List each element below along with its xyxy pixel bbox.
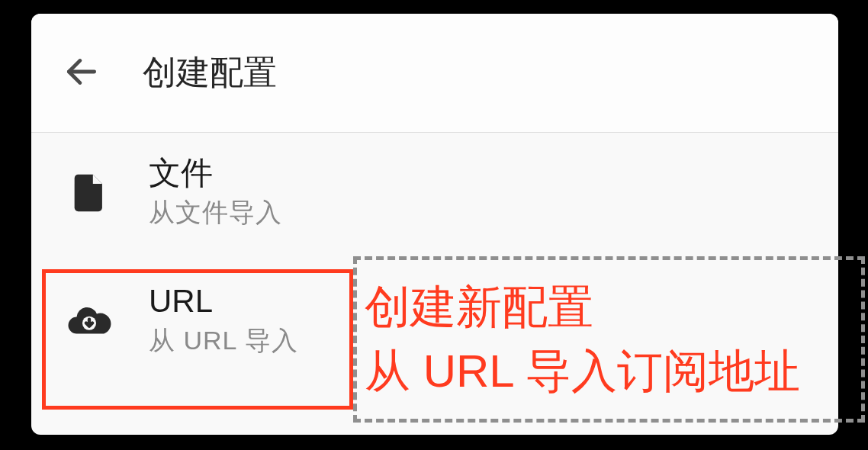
page-title: 创建配置: [143, 50, 277, 95]
option-title: URL: [149, 284, 298, 319]
options-list: 文件 从文件导入 URL 从 URL 导入: [31, 133, 838, 377]
header-bar: 创建配置: [31, 14, 838, 133]
create-config-panel: 创建配置 文件 从文件导入: [31, 14, 838, 435]
option-title: 文件: [149, 156, 282, 191]
option-subtitle: 从文件导入: [149, 195, 282, 230]
option-url[interactable]: URL 从 URL 导入: [31, 249, 838, 377]
file-icon: [59, 162, 120, 223]
option-file-text: 文件 从文件导入: [149, 156, 282, 230]
option-file[interactable]: 文件 从文件导入: [31, 137, 838, 249]
arrow-left-icon: [63, 53, 101, 94]
option-url-text: URL 从 URL 导入: [149, 284, 298, 358]
option-subtitle: 从 URL 导入: [149, 323, 298, 358]
back-button[interactable]: [59, 50, 104, 96]
cloud-download-icon: [59, 291, 120, 352]
